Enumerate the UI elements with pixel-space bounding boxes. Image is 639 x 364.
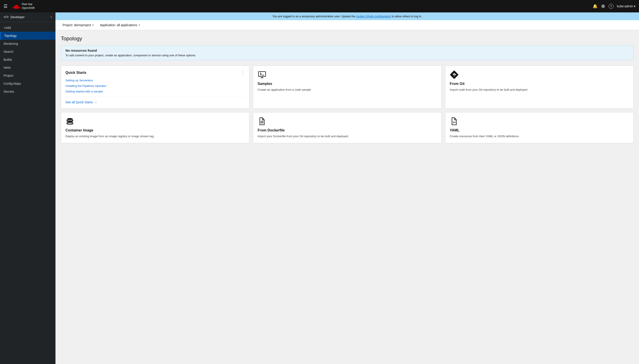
samples-card-desc: Create an application from a code sample <box>258 88 437 92</box>
sidebar-item-search[interactable]: Search <box>0 48 56 56</box>
from-dockerfile-card-title: From Dockerfile <box>258 128 437 132</box>
container-image-card-title: Container Image <box>66 128 245 132</box>
add-icon[interactable]: ⊕ <box>601 3 605 9</box>
yaml-card-title: YAML <box>450 128 629 132</box>
application-chevron-icon: ▾ <box>139 24 140 26</box>
no-resources-alert: No resources found To add content to you… <box>61 45 634 60</box>
user-label: kube:admin <box>617 4 633 8</box>
perspective-label: </> Developer <box>4 15 25 19</box>
quickstarts-title: Quick Starts <box>66 71 86 75</box>
yaml-icon <box>450 117 459 126</box>
container-image-card-desc: Deploy an existing image from an image r… <box>66 134 245 138</box>
info-banner: You are logged in as a temporary adminis… <box>56 12 639 20</box>
samples-card[interactable]: Samples Create an application from a cod… <box>253 66 442 108</box>
quickstart-link-serverless[interactable]: Setting up Serverless <box>66 79 245 82</box>
sidebar-perspective-selector[interactable]: </> Developer ▾ <box>0 12 56 22</box>
from-git-card-desc: Import code from your Git repository to … <box>450 88 629 92</box>
redhat-logo: Red Hat OpenShift <box>13 2 35 10</box>
sidebar-item-add[interactable]: +Add <box>0 24 56 32</box>
application-dropdown[interactable]: Application: all applications ▾ <box>98 22 142 28</box>
samples-card-title: Samples <box>258 82 437 86</box>
quickstart-link-pipelines[interactable]: Installing the Pipelines Operator <box>66 84 245 88</box>
project-chevron-icon: ▾ <box>92 24 94 26</box>
perspective-chevron-icon: ▾ <box>51 16 52 18</box>
from-git-card-title: From Git <box>450 82 629 86</box>
alert-title: No resources found <box>66 48 629 52</box>
sidebar-nav: +Add Topology Monitoring Search Builds H… <box>0 22 56 97</box>
yaml-card-desc: Create resources from their YAML or JSON… <box>450 134 629 138</box>
container-image-card[interactable]: Container Image Deploy an existing image… <box>61 112 249 143</box>
main-content: You are logged in as a temporary adminis… <box>56 12 639 364</box>
sidebar-item-builds[interactable]: Builds <box>0 56 56 64</box>
yaml-card[interactable]: YAML Create resources from their YAML or… <box>445 112 634 143</box>
git-icon <box>450 70 459 79</box>
navbar-brand: ☰ Red Hat OpenShift <box>4 2 593 10</box>
samples-icon <box>258 70 266 79</box>
project-label: Project: demoproject <box>63 23 91 27</box>
cards-grid: Quick Starts ⋮ Setting up Serverless Ins… <box>61 66 634 143</box>
svg-rect-2 <box>258 72 266 76</box>
arrow-right-icon: → <box>94 100 97 104</box>
svg-point-18 <box>262 122 262 122</box>
container-image-icon <box>66 117 74 126</box>
sidebar-item-helm[interactable]: Helm <box>0 64 56 72</box>
sidebar-item-secrets[interactable]: Secrets <box>0 88 56 96</box>
application-label: Application: all applications <box>100 23 137 27</box>
svg-point-8 <box>455 74 456 75</box>
sidebar-item-monitoring[interactable]: Monitoring <box>0 40 56 48</box>
alert-description: To add content to your project, create a… <box>66 54 629 57</box>
redhat-hat-icon <box>13 3 21 9</box>
navbar: ☰ Red Hat OpenShift 🔔 ⊕ ? kube:admin ▾ <box>0 0 639 12</box>
app-layout: You are logged in as a temporary adminis… <box>0 12 639 364</box>
sidebar: </> Developer ▾ +Add Topology Monitoring… <box>0 12 56 364</box>
quickstart-link-sample[interactable]: Getting started with a sample <box>66 90 245 93</box>
sidebar-item-project[interactable]: Project <box>0 72 56 80</box>
see-all-quickstarts-link[interactable]: See all Quick Starts → <box>66 97 245 104</box>
code-icon: </> <box>4 15 9 19</box>
navbar-actions: 🔔 ⊕ ? kube:admin ▾ <box>593 3 635 9</box>
page-body: Topology No resources found To add conte… <box>56 30 639 148</box>
from-dockerfile-card[interactable]: From Dockerfile Import your Dockerfile f… <box>253 112 442 143</box>
quickstarts-menu-icon[interactable]: ⋮ <box>241 70 245 75</box>
notification-icon[interactable]: 🔔 <box>593 4 597 9</box>
oauth-config-link[interactable]: cluster OAuth configuration <box>356 15 391 18</box>
project-dropdown[interactable]: Project: demoproject ▾ <box>61 22 95 28</box>
quickstarts-card: Quick Starts ⋮ Setting up Serverless Ins… <box>61 66 249 108</box>
sidebar-item-configmaps[interactable]: Config Maps <box>0 80 56 88</box>
dockerfile-icon <box>258 117 266 126</box>
from-git-card[interactable]: From Git Import code from your Git repos… <box>445 66 634 108</box>
hamburger-menu-icon[interactable]: ☰ <box>4 4 8 9</box>
brand-text: Red Hat OpenShift <box>22 2 35 10</box>
sidebar-item-topology[interactable]: Topology <box>0 32 56 40</box>
page-title: Topology <box>61 36 634 42</box>
svg-point-1 <box>13 6 20 9</box>
from-dockerfile-card-desc: Import your Dockerfile from your Git rep… <box>258 134 437 138</box>
user-menu[interactable]: kube:admin ▾ <box>617 4 635 8</box>
quickstarts-header: Quick Starts ⋮ <box>66 70 245 75</box>
help-icon[interactable]: ? <box>609 4 613 9</box>
sub-header: Project: demoproject ▾ Application: all … <box>56 20 639 30</box>
user-chevron-icon: ▾ <box>634 4 635 8</box>
